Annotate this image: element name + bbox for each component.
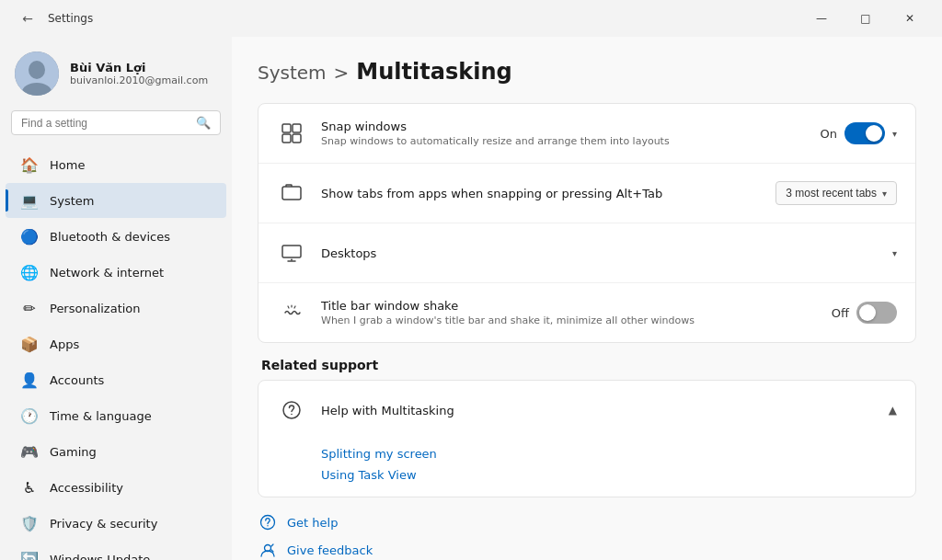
sidebar-item-system[interactable]: 💻 System <box>6 183 226 218</box>
settings-card-main: Snap windows Snap windows to automatical… <box>258 103 916 343</box>
snap-toggle[interactable] <box>844 122 885 144</box>
help-chevron[interactable]: ▲ <box>889 404 897 417</box>
shake-toggle-track <box>856 302 897 324</box>
show-tabs-title: Show tabs from apps when snapping or pre… <box>321 187 761 200</box>
show-tabs-row: Show tabs from apps when snapping or pre… <box>258 164 915 223</box>
title-bar-shake-text: Title bar window shake When I grab a win… <box>321 299 817 326</box>
nav-icon-home: 🏠 <box>20 155 39 174</box>
give-feedback-label: Give feedback <box>287 543 373 557</box>
help-header-left: Help with Multitasking <box>277 395 454 425</box>
back-button[interactable]: ← <box>15 6 40 31</box>
sidebar-item-privacy[interactable]: 🛡️ Privacy & security <box>6 506 226 541</box>
sidebar-item-personalization[interactable]: ✏️ Personalization <box>6 291 226 326</box>
title-bar-shake-title: Title bar window shake <box>321 299 817 313</box>
shake-toggle[interactable] <box>856 302 897 324</box>
help-section: Help with Multitasking ▲ Splitting my sc… <box>258 380 916 497</box>
svg-point-12 <box>261 516 275 530</box>
nav-icon-privacy: 🛡️ <box>20 514 39 532</box>
get-help-link[interactable]: Get help <box>258 512 916 532</box>
sidebar-item-update[interactable]: 🔄 Windows Update <box>6 542 226 560</box>
nav-label-network: Network & internet <box>50 266 164 280</box>
sidebar: Bùi Văn Lợi buivanloi.2010@gmail.com 🔍 🏠… <box>0 37 232 560</box>
svg-point-11 <box>291 414 293 416</box>
nav-icon-apps: 📦 <box>20 335 39 353</box>
task-view-link[interactable]: Using Task View <box>321 468 897 482</box>
desktops-control[interactable]: ▾ <box>892 248 897 258</box>
svg-point-1 <box>29 61 45 79</box>
show-tabs-control: 3 most recent tabs ▾ <box>775 181 897 205</box>
nav-label-bluetooth: Bluetooth & devices <box>50 230 170 244</box>
nav-icon-system: 💻 <box>20 191 39 210</box>
desktops-title: Desktops <box>321 246 878 260</box>
snap-toggle-label: On <box>820 127 836 141</box>
snap-windows-row: Snap windows Snap windows to automatical… <box>258 104 915 164</box>
show-tabs-value: 3 most recent tabs <box>786 187 877 200</box>
search-box[interactable]: 🔍 <box>11 110 221 135</box>
sidebar-item-accounts[interactable]: 👤 Accounts <box>6 362 226 397</box>
close-button[interactable]: ✕ <box>889 4 931 33</box>
minimize-button[interactable]: — <box>800 4 843 33</box>
svg-point-13 <box>267 525 268 526</box>
give-feedback-link[interactable]: Give feedback <box>258 540 916 560</box>
nav-icon-personalization: ✏️ <box>20 299 39 317</box>
user-profile[interactable]: Bùi Văn Lợi buivanloi.2010@gmail.com <box>0 37 232 107</box>
desktops-icon <box>277 238 306 268</box>
get-help-icon <box>258 512 278 532</box>
nav-label-time: Time & language <box>50 409 152 423</box>
nav-label-system: System <box>50 194 94 208</box>
snap-windows-icon <box>277 119 306 148</box>
sidebar-item-apps[interactable]: 📦 Apps <box>6 326 226 361</box>
nav-label-accessibility: Accessibility <box>50 481 123 495</box>
svg-rect-3 <box>282 124 291 132</box>
desktops-row: Desktops ▾ <box>258 223 915 283</box>
nav-label-accounts: Accounts <box>50 373 104 387</box>
help-section-title: Help with Multitasking <box>321 404 454 417</box>
desktops-expand-icon[interactable]: ▾ <box>892 248 897 258</box>
nav-icon-gaming: 🎮 <box>20 442 39 461</box>
sidebar-item-network[interactable]: 🌐 Network & internet <box>6 255 226 290</box>
svg-rect-4 <box>293 124 301 132</box>
main-content: System > Multitasking Snap windows S <box>232 37 942 560</box>
nav-label-privacy: Privacy & security <box>50 517 157 531</box>
sidebar-item-accessibility[interactable]: ♿ Accessibility <box>6 470 226 505</box>
svg-rect-6 <box>293 134 301 143</box>
snap-toggle-thumb <box>866 125 882 142</box>
get-help-label: Get help <box>287 516 338 530</box>
user-email: buivanloi.2010@gmail.com <box>70 74 208 86</box>
avatar <box>15 51 59 96</box>
titlebar-title: Settings <box>48 12 93 25</box>
nav-icon-bluetooth: 🔵 <box>20 227 39 246</box>
help-links: Splitting my screenUsing Task View <box>258 440 915 497</box>
sidebar-item-time[interactable]: 🕐 Time & language <box>6 398 226 433</box>
svg-rect-7 <box>282 187 301 200</box>
breadcrumb-system[interactable]: System <box>258 62 327 84</box>
shake-toggle-label: Off <box>832 306 849 320</box>
footer-actions: Get help Give feedback <box>258 512 916 560</box>
help-icon <box>277 395 306 425</box>
app-body: Bùi Văn Lợi buivanloi.2010@gmail.com 🔍 🏠… <box>0 37 942 560</box>
nav-label-personalization: Personalization <box>50 302 141 315</box>
related-support-title: Related support <box>258 358 916 372</box>
title-bar-shake-row: Title bar window shake When I grab a win… <box>258 283 915 342</box>
show-tabs-text: Show tabs from apps when snapping or pre… <box>321 187 761 200</box>
window-controls: — □ ✕ <box>800 4 931 33</box>
nav-icon-accessibility: ♿ <box>20 478 39 497</box>
search-input[interactable] <box>21 117 189 130</box>
show-tabs-chevron: ▾ <box>882 189 887 199</box>
help-header[interactable]: Help with Multitasking ▲ <box>258 381 915 440</box>
svg-point-9 <box>291 259 293 261</box>
show-tabs-dropdown[interactable]: 3 most recent tabs ▾ <box>775 181 897 205</box>
sidebar-item-gaming[interactable]: 🎮 Gaming <box>6 434 226 469</box>
split-screen-link[interactable]: Splitting my screen <box>321 447 897 461</box>
svg-rect-5 <box>282 134 291 143</box>
title-bar-shake-icon <box>277 298 306 327</box>
nav-label-home: Home <box>50 158 85 172</box>
snap-expand-icon[interactable]: ▾ <box>892 129 897 139</box>
nav-label-apps: Apps <box>50 337 79 351</box>
maximize-button[interactable]: □ <box>844 4 887 33</box>
sidebar-item-home[interactable]: 🏠 Home <box>6 147 226 182</box>
desktops-text: Desktops <box>321 246 878 260</box>
snap-windows-desc: Snap windows to automatically resize and… <box>321 135 805 147</box>
title-bar-shake-control: Off <box>832 302 897 324</box>
sidebar-item-bluetooth[interactable]: 🔵 Bluetooth & devices <box>6 219 226 254</box>
